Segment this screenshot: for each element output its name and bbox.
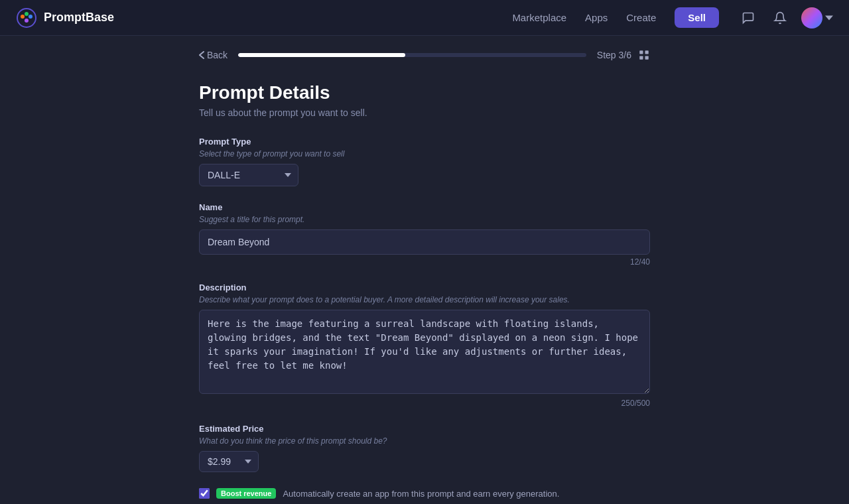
name-hint: Suggest a title for this prompt. [199, 215, 650, 224]
navbar: PromptBase Marketplace Apps Create Sell [0, 0, 849, 36]
description-label: Description [199, 283, 650, 292]
form-group-description: Description Describe what your prompt do… [199, 283, 650, 408]
sell-button[interactable]: Sell [675, 7, 719, 28]
name-input[interactable] [199, 229, 650, 255]
svg-rect-8 [645, 56, 649, 60]
boost-revenue-checkbox[interactable] [199, 488, 210, 499]
boost-revenue-row: Boost revenue Automatically create an ap… [199, 488, 650, 499]
navbar-left: PromptBase [16, 7, 114, 29]
logo-icon [16, 7, 37, 29]
logo-text: PromptBase [44, 11, 114, 25]
step-indicator: Step 3/6 [597, 49, 650, 61]
chevron-down-icon [825, 15, 833, 21]
boost-description: Automatically create an app from this pr… [283, 489, 559, 499]
nav-marketplace[interactable]: Marketplace [512, 12, 566, 23]
svg-point-1 [21, 15, 25, 19]
nav-icons [738, 7, 833, 29]
description-char-count: 250/500 [199, 399, 650, 408]
description-textarea[interactable]: Here is the image featuring a surreal la… [199, 310, 650, 394]
nav-create[interactable]: Create [626, 12, 656, 23]
progress-section: Back Step 3/6 [199, 49, 650, 61]
grid-icon [638, 49, 650, 61]
svg-point-0 [17, 9, 36, 27]
navbar-right: Marketplace Apps Create Sell [512, 7, 833, 29]
prompt-type-hint: Select the type of prompt you want to se… [199, 149, 650, 158]
svg-point-3 [29, 15, 33, 19]
svg-rect-5 [639, 50, 643, 54]
form-group-name: Name Suggest a title for this prompt. 12… [199, 202, 650, 267]
price-label: Estimated Price [199, 424, 650, 434]
notifications-icon[interactable] [769, 7, 791, 29]
user-avatar[interactable] [801, 7, 833, 29]
name-char-count: 12/40 [199, 257, 650, 267]
avatar-circle [801, 7, 822, 29]
prompt-type-select[interactable]: DALL-E Midjourney Stable Diffusion GPT-4… [199, 164, 298, 186]
page-subtitle: Tell us about the prompt you want to sel… [199, 107, 650, 118]
svg-point-4 [25, 19, 29, 23]
description-hint: Describe what your prompt does to a pote… [199, 295, 650, 304]
step-label: Step 3/6 [597, 50, 631, 60]
progress-bar-container [238, 53, 586, 57]
page-title: Prompt Details [199, 82, 650, 103]
main-content: Back Step 3/6 Prompt Details Tell us abo… [172, 36, 677, 504]
prompt-type-label: Prompt Type [199, 137, 650, 147]
form-group-price: Estimated Price What do you think the pr… [199, 424, 650, 472]
back-arrow-icon [199, 51, 204, 59]
price-select[interactable]: $1.99 $2.99 $3.99 $4.99 $5.99 $9.99 [199, 451, 259, 472]
svg-point-2 [25, 12, 29, 16]
price-select-wrapper: $1.99 $2.99 $3.99 $4.99 $5.99 $9.99 [199, 451, 259, 472]
form-group-prompt-type: Prompt Type Select the type of prompt yo… [199, 137, 650, 186]
back-label: Back [207, 50, 228, 60]
nav-apps[interactable]: Apps [585, 12, 608, 23]
messages-icon[interactable] [738, 7, 759, 29]
svg-rect-6 [645, 50, 649, 54]
price-hint: What do you think the price of this prom… [199, 436, 650, 446]
progress-bar-fill [238, 53, 405, 57]
name-label: Name [199, 202, 650, 212]
back-link[interactable]: Back [199, 50, 228, 60]
svg-rect-7 [639, 56, 643, 60]
boost-badge: Boost revenue [216, 488, 276, 499]
